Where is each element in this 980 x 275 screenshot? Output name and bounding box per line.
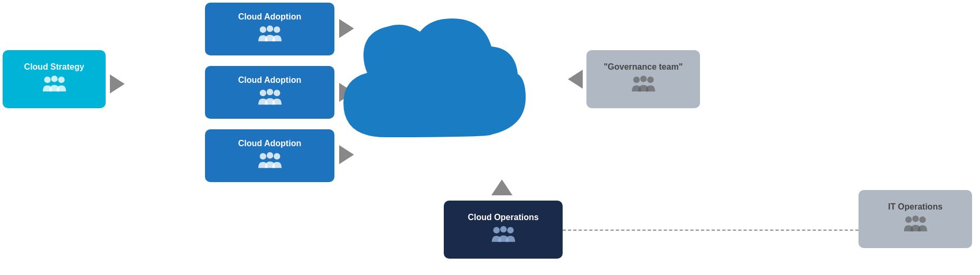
svg-point-1 [58,77,64,83]
svg-point-20 [912,215,918,222]
cloud-adoption-box-2: Cloud Adoption [205,66,334,119]
svg-point-12 [493,227,499,233]
cloud-adoption-2-icon [258,88,282,109]
governance-team-label: "Governance team" [604,62,683,72]
svg-point-10 [274,153,280,159]
svg-point-3 [259,26,266,33]
cloud-adoption-1-icon [258,25,282,46]
it-operations-box: IT Operations [858,190,972,248]
svg-point-9 [259,153,266,159]
arrow-strategy-to-adoption [110,74,125,93]
cloud-strategy-label: Cloud Strategy [24,62,85,72]
cloud-operations-icon [492,225,515,246]
cloud-adoption-box-1: Cloud Adoption [205,3,334,55]
svg-point-17 [640,75,646,82]
svg-point-7 [274,90,280,96]
cloud-adoption-3-label: Cloud Adoption [238,139,301,148]
arrow-cloud-to-governance [568,70,583,89]
cloud-strategy-box: Cloud Strategy [3,50,106,108]
svg-point-16 [647,77,654,83]
arrow-operations-to-cloud [491,179,512,195]
cloud-strategy-icon [43,75,66,96]
svg-point-11 [266,152,273,158]
cloud-adoption-box-3: Cloud Adoption [205,129,334,182]
diagram-container: Cloud Strategy Cloud Adoption [0,0,980,275]
svg-point-19 [919,216,926,223]
svg-point-8 [266,89,273,95]
svg-point-2 [51,75,57,82]
svg-point-18 [905,216,911,223]
svg-point-13 [507,227,514,233]
svg-point-5 [266,25,273,32]
svg-point-14 [500,226,506,232]
svg-point-6 [259,90,266,96]
cloud-shape [328,16,528,166]
cloud-adoption-3-icon [258,151,282,173]
svg-point-4 [274,26,280,33]
it-operations-icon [904,215,927,236]
governance-team-icon [632,75,655,96]
governance-team-box: "Governance team" [586,50,700,108]
cloud-operations-label: Cloud Operations [468,213,538,222]
it-operations-label: IT Operations [888,202,942,212]
cloud-adoption-2-label: Cloud Adoption [238,75,301,85]
svg-point-0 [44,77,50,83]
dashed-line-operations [563,230,864,231]
cloud-adoption-1-label: Cloud Adoption [238,12,301,22]
svg-point-15 [633,77,639,83]
cloud-operations-box: Cloud Operations [444,201,563,259]
